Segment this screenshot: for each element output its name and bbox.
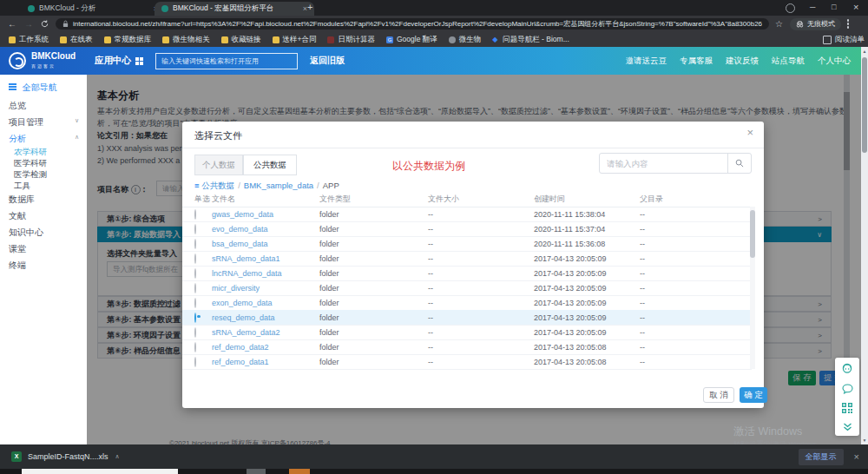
back-to-old-version-link[interactable]: 返回旧版	[310, 55, 345, 67]
radio-unselected[interactable]	[194, 342, 196, 352]
table-row[interactable]: bsa_demo_data folder-- 2020-11-11 15:36:…	[182, 236, 752, 252]
window-maximize-button[interactable]	[832, 3, 836, 11]
bookmark-item[interactable]: 送样+合同	[273, 35, 317, 45]
file-name-link[interactable]: ref_demo_data2	[212, 343, 319, 352]
taskbar-app-icon[interactable]	[289, 469, 310, 474]
chat-icon[interactable]	[842, 384, 853, 394]
file-name-link[interactable]: gwas_demo_data	[212, 210, 319, 219]
sidebar-item-classroom[interactable]: 课堂	[9, 243, 26, 255]
table-row[interactable]: gwas_demo_data folder-- 2020-11-11 15:38…	[182, 207, 752, 222]
bookmark-item[interactable]: 微生物	[449, 35, 482, 45]
browser-tab-1[interactable]: BMKCloud - 分析	[21, 2, 165, 16]
sidebar-item-medical-testing[interactable]: 医学检测	[14, 169, 47, 181]
bookmark-item[interactable]: 微生物相关	[162, 35, 210, 45]
tab-personal-data[interactable]: 个人数据	[194, 155, 243, 175]
file-name-link[interactable]: evo_demo_data	[212, 225, 319, 234]
sidebar-item-project-mgmt[interactable]: 项目管理	[9, 116, 43, 128]
sidebar-nav-all[interactable]: 全部导航	[9, 82, 57, 94]
table-row[interactable]: exon_demo_data folder-- 2017-04-13 20:05…	[182, 295, 752, 311]
sidebar-item-medical-research[interactable]: 医学科研	[14, 158, 47, 169]
refresh-icon[interactable]	[41, 20, 49, 28]
file-name-link[interactable]: reseq_demo_data	[212, 313, 319, 322]
file-name-link[interactable]: sRNA_demo_data2	[212, 328, 319, 337]
app-center-button[interactable]: 应用中心	[95, 55, 143, 67]
scrollbar-thumb[interactable]	[750, 210, 755, 258]
customer-service-icon[interactable]	[841, 362, 853, 374]
file-name-link[interactable]: ref_demo_data1	[212, 358, 319, 366]
file-search-input[interactable]	[600, 159, 727, 168]
taskbar-app-icon[interactable]	[247, 469, 266, 474]
table-row[interactable]: lncRNA_demo_data folder-- 2017-04-13 20:…	[182, 266, 752, 281]
bookmark-item[interactable]: 常规数据库	[104, 35, 152, 45]
table-row[interactable]: sRNA_demo_data2 folder-- 2017-04-13 20:0…	[182, 325, 752, 340]
menu-support[interactable]: 专属客服	[680, 56, 713, 67]
back-icon[interactable]: ←	[8, 19, 16, 29]
sidebar-item-agri-research[interactable]: 农学科研	[14, 147, 47, 158]
radio-unselected[interactable]	[194, 239, 196, 249]
window-minimize-button[interactable]	[810, 3, 815, 11]
bookmark-item[interactable]: 工作系统	[9, 35, 49, 45]
menu-personal[interactable]: 个人中心	[818, 56, 851, 67]
search-button[interactable]	[727, 154, 751, 173]
file-name-link[interactable]: bsa_demo_data	[212, 240, 319, 248]
bookmark-star-icon[interactable]	[775, 19, 783, 29]
qr-code-icon[interactable]	[842, 403, 852, 413]
bookmark-item[interactable]: 在线表	[60, 35, 93, 45]
menu-invite[interactable]: 邀请送云豆	[626, 56, 667, 67]
table-row[interactable]: ref_demo_data2 folder-- 2017-04-13 20:05…	[182, 339, 752, 355]
bookmark-item[interactable]: 日期计算器	[327, 35, 375, 45]
file-name-link[interactable]: lncRNA_demo_data	[212, 269, 319, 278]
sidebar-item-overview[interactable]: 总览	[9, 100, 26, 112]
cancel-button[interactable]: 取 消	[703, 387, 734, 403]
sidebar-item-analysis[interactable]: 分析	[9, 133, 26, 145]
radio-unselected[interactable]	[194, 357, 196, 367]
browser-menu-icon[interactable]	[847, 18, 850, 30]
new-tab-button[interactable]	[307, 2, 312, 12]
windows-taskbar[interactable]	[0, 469, 868, 474]
window-close-button[interactable]	[853, 2, 858, 12]
sidebar-item-literature[interactable]: 文献	[9, 210, 26, 222]
radio-unselected[interactable]	[194, 209, 196, 220]
scroll-down-icon[interactable]: ▼	[861, 438, 868, 443]
download-options-chevron-icon[interactable]: ∧	[115, 453, 120, 460]
table-row[interactable]: evo_demo_data folder-- 2020-11-11 15:37:…	[182, 221, 752, 237]
menu-feedback[interactable]: 建议反馈	[726, 56, 759, 67]
confirm-button[interactable]: 确 定	[740, 387, 767, 403]
sidebar-item-tools[interactable]: 工具	[14, 181, 30, 192]
scrollbar-thumb[interactable]	[862, 57, 867, 153]
radio-unselected[interactable]	[194, 298, 196, 308]
radio-unselected[interactable]	[194, 224, 196, 234]
taskbar-search-box[interactable]	[22, 469, 178, 474]
file-name-link[interactable]: sRNA_demo_data1	[212, 254, 319, 263]
bookmark-item[interactable]: 问题导航栏 - Biom...	[492, 35, 569, 45]
radio-unselected[interactable]	[194, 283, 196, 293]
browser-tab-2-active[interactable]: BMKCloud - 宏基因组分析平台	[155, 2, 314, 16]
reading-list-button[interactable]: 阅读清单	[823, 35, 865, 45]
sidebar-item-database[interactable]: 数据库	[9, 194, 35, 206]
collapse-double-chevron-icon[interactable]	[843, 423, 852, 431]
downloads-bar-close-icon[interactable]: ×	[854, 451, 859, 462]
scroll-up-icon[interactable]: ▲	[861, 49, 868, 54]
radio-unselected[interactable]	[194, 253, 196, 264]
profile-icon[interactable]	[786, 3, 795, 13]
table-scrollbar[interactable]	[750, 207, 755, 369]
tab-public-data[interactable]: 公共数据	[243, 155, 297, 175]
bmkcloud-logo[interactable]: BMKCloud 百迈客云	[9, 52, 76, 69]
table-row[interactable]: micr_diversity folder-- 2017-04-13 20:05…	[182, 280, 752, 296]
table-row[interactable]: ref_demo_data1 folder-- 2017-04-13 20:05…	[182, 354, 752, 370]
header-search-input[interactable]	[155, 53, 298, 69]
sidebar-item-terminal[interactable]: 终端	[9, 260, 26, 272]
radio-unselected[interactable]	[194, 327, 196, 338]
address-bar[interactable]: international.biocloud.net/zh/iframe?url…	[56, 18, 769, 30]
dialog-close-icon[interactable]: ×	[746, 126, 753, 139]
bookmark-item[interactable]: 收藏链接	[221, 35, 261, 45]
show-all-downloads-button[interactable]: 全部显示	[799, 449, 844, 465]
sidebar-item-knowledge[interactable]: 知识中心	[9, 227, 43, 239]
forward-icon[interactable]: →	[24, 19, 33, 29]
table-row-selected[interactable]: reseq_demo_data folder-- 2017-04-13 20:0…	[182, 310, 752, 326]
browser-scrollbar[interactable]: ▲ ▼	[861, 47, 868, 444]
table-row[interactable]: sRNA_demo_data1 folder-- 2017-04-13 20:0…	[182, 251, 752, 267]
breadcrumb-mid[interactable]: BMK_sample_data	[244, 181, 313, 190]
menu-sitenav[interactable]: 站点导航	[772, 56, 805, 67]
file-name-link[interactable]: exon_demo_data	[212, 299, 319, 307]
